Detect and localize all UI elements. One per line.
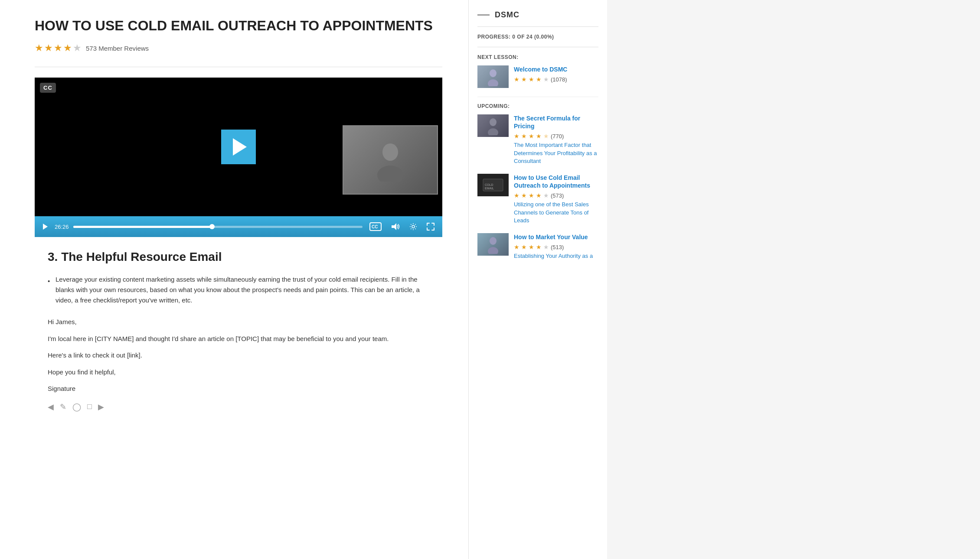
person-icon [486,67,500,86]
share-icon[interactable]: □ [87,402,92,411]
upcoming-lesson-2-title[interactable]: How to Use Cold Email Outreach to Appoin… [514,174,598,189]
video-progress-bar[interactable] [73,226,363,228]
svg-text:EMAIL: EMAIL [485,187,494,190]
bullet-text: Leverage your existing content marketing… [56,274,438,306]
svg-point-1 [377,166,403,182]
video-container[interactable]: CC [35,78,442,216]
svg-point-0 [382,143,398,161]
svg-marker-5 [392,223,396,230]
svg-point-7 [490,69,497,77]
next-lesson-info: Welcome to DSMC ★ ★ ★ ★ ★ (1078) [514,65,598,88]
upcoming-lesson-2-info: How to Use Cold Email Outreach to Appoin… [514,174,598,224]
star-3: ★ [54,42,62,54]
star-rating: ★ ★ ★ ★ ★ [35,42,82,54]
video-thumbnail-inset [343,125,438,195]
volume-icon [391,223,400,231]
next-lesson-thumb [477,65,509,88]
fullscreen-icon [427,223,434,231]
star-2: ★ [44,42,53,54]
back-icon[interactable]: ◀ [48,402,54,412]
main-content: HOW TO USE COLD EMAIL OUTREACH TO APPOIN… [0,0,468,559]
upcoming-3-desc: Establishing Your Authority as a [514,252,598,260]
play-pause-button[interactable] [40,221,50,232]
nl-star-3: ★ [529,76,534,83]
sidebar-divider-top [477,26,598,27]
person-icon-2 [486,116,500,135]
sidebar-brand: DSMC [495,10,519,20]
nl-review-count: (1078) [551,76,567,83]
bullet-section: • Leverage your existing content marketi… [48,274,438,306]
sidebar-dash [477,14,490,16]
progress-label: PROGRESS: 0 OF 24 (0.00%) [477,34,598,40]
cc-toggle-button[interactable]: CC [367,222,384,231]
upcoming-1-desc: The Most Important Factor that Determine… [514,141,598,165]
person-silhouette [373,138,408,182]
sidebar-header: DSMC [477,10,598,20]
video-controls-bar[interactable]: 26:26 CC [35,216,442,237]
upcoming-divider [477,97,598,97]
svg-point-6 [412,225,415,228]
forward-icon[interactable]: ▶ [98,402,104,412]
svg-point-14 [490,237,497,245]
upcoming-3-review-count: (513) [551,244,564,250]
course-title: HOW TO USE COLD EMAIL OUTREACH TO APPOIN… [35,17,442,34]
action-icons-row: ◀ ✎ ◯ □ ▶ [48,402,438,412]
bullet-dot: • [48,276,50,306]
gear-icon [409,223,417,231]
next-lesson-title[interactable]: Welcome to DSMC [514,65,598,73]
upcoming-lesson-3-info: How to Market Your Value ★ ★ ★ ★ ★ (513)… [514,233,598,260]
upcoming-lesson-2[interactable]: COLD EMAIL How to Use Cold Email Outreac… [477,174,598,224]
nl-star-4: ★ [536,76,542,83]
edit-icon[interactable]: ✎ [60,402,66,412]
upcoming-lesson-1-title[interactable]: The Secret Formula for Pricing [514,114,598,130]
svg-text:COLD: COLD [485,183,493,186]
upcoming-label: UPCOMING: [477,103,598,109]
upcoming-lesson-3[interactable]: How to Market Your Value ★ ★ ★ ★ ★ (513)… [477,233,598,260]
nl-star-5: ★ [543,76,549,83]
upcoming-thumb-2: COLD EMAIL [477,174,509,196]
upcoming-thumb-3 [477,233,509,256]
section-title: 3. The Helpful Resource Email [48,250,438,264]
time-display: 26:26 [55,224,69,230]
email-block: Hi James, I'm local here in [CITY NAME] … [48,316,438,395]
play-icon [42,223,49,230]
settings-button[interactable] [407,223,420,231]
email-signature: Signature [48,383,438,395]
sidebar-divider-2 [477,47,598,47]
upcoming-lesson-3-stars: ★ ★ ★ ★ ★ (513) [514,244,598,250]
content-area: 3. The Helpful Resource Email • Leverage… [35,237,442,425]
email-closing: Hope you find it helpful, [48,366,438,379]
review-count: 573 Member Reviews [86,45,149,52]
person-icon-3 [486,235,500,254]
upcoming-2-review-count: (573) [551,192,564,199]
upcoming-1-review-count: (770) [551,133,564,140]
circle-icon[interactable]: ◯ [72,402,81,412]
nl-star-1: ★ [514,76,519,83]
upcoming-lesson-2-stars: ★ ★ ★ ★ ★ (573) [514,192,598,199]
next-lesson-item[interactable]: Welcome to DSMC ★ ★ ★ ★ ★ (1078) [477,65,598,88]
video-play-button[interactable] [221,130,256,164]
next-lesson-stars: ★ ★ ★ ★ ★ (1078) [514,76,598,83]
bullet-item-1: • Leverage your existing content marketi… [48,274,438,306]
upcoming-thumb-1 [477,114,509,137]
volume-button[interactable] [389,223,402,231]
email-greeting: Hi James, [48,316,438,328]
star-5: ★ [73,42,82,54]
upcoming-lesson-1[interactable]: The Secret Formula for Pricing ★ ★ ★ ★ ★… [477,114,598,165]
upcoming-lesson-1-stars: ★ ★ ★ ★ ★ (770) [514,133,598,140]
svg-point-8 [488,79,498,86]
email-body-1: I'm local here in [CITY NAME] and though… [48,333,438,345]
upcoming-lesson-3-title[interactable]: How to Market Your Value [514,233,598,241]
fullscreen-button[interactable] [424,223,437,231]
svg-text:CC: CC [372,224,378,229]
upcoming-2-desc: Utilizing one of the Best Sales Channels… [514,201,598,224]
upcoming-lesson-1-info: The Secret Formula for Pricing ★ ★ ★ ★ ★… [514,114,598,165]
nl-star-2: ★ [521,76,527,83]
sidebar: DSMC PROGRESS: 0 OF 24 (0.00%) NEXT LESS… [468,0,607,559]
star-1: ★ [35,42,43,54]
svg-point-15 [488,247,498,254]
svg-point-9 [490,118,497,126]
email-body-2: Here's a link to check it out [link]. [48,349,438,362]
cc-badge: CC [40,83,56,93]
person-placeholder [343,126,437,194]
